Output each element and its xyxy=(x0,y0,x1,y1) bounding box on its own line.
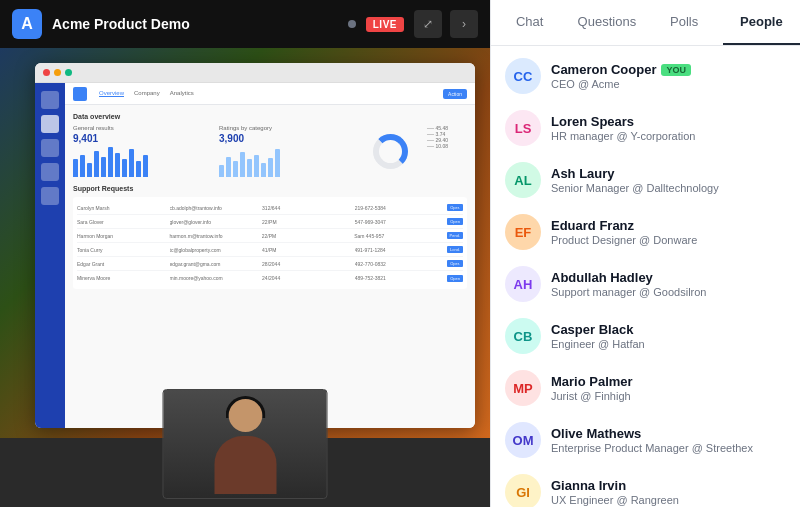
mock-table-row: Harmon Morgan harmon.m@trantow.info 22/P… xyxy=(77,229,463,243)
person-item[interactable]: ALAsh LaurySenior Manager @ Dalltechnolo… xyxy=(491,154,800,206)
person-role: Support manager @ Goodsilron xyxy=(551,286,786,298)
avatar: CB xyxy=(505,318,541,354)
mock-metric-2: Ratings by category 3,900 xyxy=(219,125,353,177)
metric-value: 9,401 xyxy=(73,133,207,144)
mock-sidebar xyxy=(35,83,65,428)
presenter-body xyxy=(214,436,276,494)
mock-body: Overview Company Analytics Action Data o… xyxy=(35,83,475,428)
tab-bar: Chat Questions Polls People xyxy=(491,0,800,46)
status-badge: Open xyxy=(447,218,463,225)
person-name: Cameron CooperYOU xyxy=(551,62,786,77)
table-cell: 219-672-5384 xyxy=(355,205,442,211)
screen-share-area: Overview Company Analytics Action Data o… xyxy=(0,48,490,438)
mock-tab: Overview xyxy=(99,90,124,97)
expand-button[interactable]: ⤢ xyxy=(414,10,442,38)
mock-action-btn: Action xyxy=(443,89,467,99)
person-info: Mario PalmerJurist @ Finhigh xyxy=(551,374,786,402)
person-info: Cameron CooperYOUCEO @ Acme xyxy=(551,62,786,90)
person-name: Gianna Irvin xyxy=(551,478,786,493)
more-button[interactable]: › xyxy=(450,10,478,38)
status-badge: Oper. xyxy=(447,260,463,267)
person-item[interactable]: EFEduard FranzProduct Designer @ Donware xyxy=(491,206,800,258)
mock-sidebar-icon xyxy=(41,139,59,157)
person-name: Olive Mathews xyxy=(551,426,786,441)
person-info: Olive MathewsEnterprise Product Manager … xyxy=(551,426,786,454)
table-cell: 22/PM xyxy=(262,233,348,239)
mock-sidebar-icon xyxy=(41,91,59,109)
mock-metrics: General results 9,401 xyxy=(73,125,467,177)
shared-screen-app: Overview Company Analytics Action Data o… xyxy=(35,63,475,428)
person-role: HR manager @ Y-corporation xyxy=(551,130,786,142)
table-cell: harmon.m@trantow.info xyxy=(169,233,255,239)
table-cell: 28/2044 xyxy=(262,261,349,267)
person-item[interactable]: GIGianna IrvinUX Engineer @ Rangreen xyxy=(491,466,800,507)
mock-table-row: Edgar Grant edgar.grant@gma.com 28/2044 … xyxy=(77,257,463,271)
mock-sidebar-icon xyxy=(41,187,59,205)
tab-polls[interactable]: Polls xyxy=(646,0,723,45)
table-cell: Harmon Morgan xyxy=(77,233,163,239)
person-info: Loren SpearsHR manager @ Y-corporation xyxy=(551,114,786,142)
person-role: Enterprise Product Manager @ Streethex xyxy=(551,442,786,454)
tab-chat[interactable]: Chat xyxy=(491,0,568,45)
left-panel: A Acme Product Demo LIVE ⤢ › xyxy=(0,0,490,507)
table-cell: min.moore@yahoo.com xyxy=(170,275,257,281)
live-badge: LIVE xyxy=(366,17,404,32)
table-cell: Sam 445-957 xyxy=(354,233,440,239)
person-role: CEO @ Acme xyxy=(551,78,786,90)
person-info: Ash LaurySenior Manager @ Dalltechnology xyxy=(551,166,786,194)
person-name: Loren Spears xyxy=(551,114,786,129)
status-badge: Oper. xyxy=(447,204,463,211)
mock-nav: Overview Company Analytics xyxy=(99,90,194,97)
person-item[interactable]: OMOlive MathewsEnterprise Product Manage… xyxy=(491,414,800,466)
person-name: Abdullah Hadley xyxy=(551,270,786,285)
person-item[interactable]: CCCameron CooperYOUCEO @ Acme xyxy=(491,50,800,102)
table-cell: Sara Glover xyxy=(77,219,164,225)
mock-legend: ── 45.48 ── 3.74 ── 29.40 ── 10.08 xyxy=(427,125,467,177)
person-role: Product Designer @ Donware xyxy=(551,234,786,246)
presenter-head-area xyxy=(205,398,285,432)
you-badge: YOU xyxy=(661,64,691,76)
table-cell: Tonia Curry xyxy=(77,247,164,253)
table-cell: 24/2044 xyxy=(262,275,349,281)
person-item[interactable]: MPMario PalmerJurist @ Finhigh xyxy=(491,362,800,414)
status-badge: Lond. xyxy=(447,246,463,253)
metric-label: General results xyxy=(73,125,207,131)
mock-topbar: Overview Company Analytics Action xyxy=(65,83,475,105)
table-cell: 22/PM xyxy=(262,219,349,225)
table-cell: 491-971-1284 xyxy=(355,247,442,253)
table-cell: 492-770-0832 xyxy=(355,261,442,267)
metric-value: 3,900 xyxy=(219,133,353,144)
mock-bar-chart xyxy=(73,147,207,177)
people-list: CCCameron CooperYOUCEO @ AcmeLSLoren Spe… xyxy=(491,46,800,507)
status-badge: Open xyxy=(447,275,463,282)
app-title: Acme Product Demo xyxy=(52,16,338,32)
tab-people[interactable]: People xyxy=(723,0,800,45)
presenter-figure xyxy=(205,398,285,494)
mock-main-content: Overview Company Analytics Action Data o… xyxy=(65,83,475,428)
app-logo: A xyxy=(12,9,42,39)
mock-table-row: Carolyn Marsh cb.adolph@trantow.info 312… xyxy=(77,201,463,215)
mock-table-row: Minerva Moore min.moore@yahoo.com 24/204… xyxy=(77,271,463,285)
person-role: Senior Manager @ Dalltechnology xyxy=(551,182,786,194)
person-item[interactable]: LSLoren SpearsHR manager @ Y-corporation xyxy=(491,102,800,154)
header-actions: ⤢ › xyxy=(414,10,478,38)
table-cell: Edgar Grant xyxy=(77,261,164,267)
right-panel: Chat Questions Polls People CCCameron Co… xyxy=(490,0,800,507)
mock-support-title: Support Requests xyxy=(73,185,467,192)
mock-table-row: Tonia Curry tc@globalproperty.com 41/PM … xyxy=(77,243,463,257)
avatar: OM xyxy=(505,422,541,458)
table-cell: cb.adolph@trantow.info xyxy=(170,205,257,211)
person-role: Engineer @ Hatfan xyxy=(551,338,786,350)
mock-sidebar-icon xyxy=(41,115,59,133)
mock-donut-chart xyxy=(365,125,415,177)
tab-questions[interactable]: Questions xyxy=(568,0,645,45)
mock-metric-1: General results 9,401 xyxy=(73,125,207,177)
mock-table: Carolyn Marsh cb.adolph@trantow.info 312… xyxy=(73,197,467,289)
person-item[interactable]: CBCasper BlackEngineer @ Hatfan xyxy=(491,310,800,362)
table-cell: 41/PM xyxy=(262,247,349,253)
table-cell: 312/644 xyxy=(262,205,349,211)
presenter-video xyxy=(163,389,328,499)
avatar: AL xyxy=(505,162,541,198)
person-role: UX Engineer @ Rangreen xyxy=(551,494,786,506)
person-item[interactable]: AHAbdullah HadleySupport manager @ Goods… xyxy=(491,258,800,310)
